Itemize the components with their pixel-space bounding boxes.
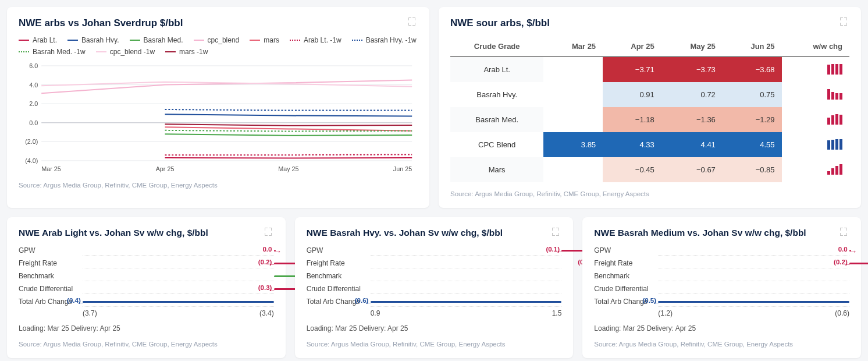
- wf-row: Crude Differential (0.3) ←: [19, 284, 274, 294]
- expand-icon[interactable]: [408, 17, 418, 27]
- table-row: Basrah Med.−1.18−1.36−1.29: [450, 107, 849, 132]
- wf-row: Freight Rate (0.2) ←: [19, 258, 274, 268]
- wf-value: 0.0: [262, 246, 272, 253]
- legend-item: cpc_blend: [194, 36, 240, 44]
- spark-cell: [782, 157, 849, 182]
- legend-label: mars: [264, 36, 279, 44]
- legend-item: Arab Lt. -1w: [290, 36, 341, 44]
- expand-icon[interactable]: [840, 228, 849, 237]
- value-cell: −3.71: [603, 57, 661, 83]
- axis-end: (3.4): [259, 309, 274, 317]
- loading-caption: Loading: Mar 25 Delivery: Apr 25: [19, 324, 274, 332]
- col-header: Jun 25: [723, 36, 782, 57]
- spark-cell: [782, 57, 849, 83]
- legend-label: Basrah Hvy. -1w: [366, 36, 417, 44]
- legend-swatch-icon: [194, 40, 204, 41]
- value-cell: −3.68: [723, 57, 782, 83]
- wf-row: Total Arb Change (0.5) ←: [594, 296, 849, 307]
- legend-label: cpc_blend: [208, 36, 240, 44]
- arrow-icon: ←: [268, 285, 276, 294]
- legend-item: mars: [250, 36, 279, 44]
- grade-cell: CPC Blend: [450, 132, 543, 157]
- wf-row: Benchmark +0.2 →: [19, 271, 274, 281]
- spark-cell: [782, 82, 849, 107]
- expand-icon[interactable]: [552, 228, 561, 237]
- legend-swatch-icon: [19, 51, 29, 52]
- svg-text:(2.0): (2.0): [25, 138, 38, 145]
- chart-title: NWE arbs vs Johan Sverdrup $/bbl: [19, 17, 183, 29]
- arrow-icon: ←: [652, 298, 660, 307]
- legend-swatch-icon: [67, 40, 78, 41]
- legend-swatch-icon: [165, 51, 176, 52]
- wf-axis: 0.9 1.5: [371, 309, 562, 317]
- svg-text:Apr 25: Apr 25: [156, 165, 175, 172]
- svg-text:6.0: 6.0: [29, 63, 38, 69]
- table-row: Arab Lt.−3.71−3.73−3.68: [450, 57, 849, 83]
- chart-title: NWE Arab Light vs. Johan Sv w/w chg, $/b…: [19, 228, 208, 238]
- arrow-icon: ←: [556, 247, 563, 256]
- legend-label: Arab Lt. -1w: [304, 36, 341, 44]
- value-cell: −1.36: [661, 107, 723, 132]
- wf-label: GPW: [594, 246, 658, 254]
- grade-cell: Basrah Hvy.: [450, 82, 543, 107]
- legend-item: mars -1w: [165, 48, 208, 56]
- wf-axis: (3.7) (3.4): [83, 309, 274, 317]
- legend: Arab Lt.Basrah Hvy.Basrah Med.cpc_blendm…: [19, 36, 418, 56]
- legend-item: Basrah Med. -1w: [19, 48, 86, 56]
- axis-start: (3.7): [83, 309, 97, 317]
- waterfall-chart: GPW 0.0 → Freight Rate (0.2) ← Benchmark: [19, 245, 274, 321]
- chart-title: NWE sour arbs, $/bbl: [450, 17, 550, 29]
- axis-start: (1.2): [658, 309, 673, 317]
- source-text: Source: Argus Media Group, Refinitiv, CM…: [19, 341, 274, 348]
- sparkline-icon: [827, 163, 842, 175]
- table-row: Basrah Hvy.0.910.720.75: [450, 82, 849, 107]
- legend-label: cpc_blend -1w: [110, 48, 155, 56]
- wf-label: Benchmark: [19, 272, 83, 280]
- legend-swatch-icon: [250, 40, 260, 41]
- wf-label: Freight Rate: [19, 259, 83, 267]
- svg-text:(4.0): (4.0): [25, 157, 38, 164]
- sparkline-icon: [827, 63, 842, 75]
- value-cell: 0.91: [603, 82, 661, 107]
- svg-text:Jun 25: Jun 25: [393, 165, 412, 172]
- wf-label: Freight Rate: [594, 259, 658, 267]
- axis-end: 1.5: [552, 309, 562, 317]
- spark-cell: [782, 132, 849, 157]
- value-cell: 3.85: [543, 132, 603, 157]
- arrow-icon: →: [849, 247, 857, 256]
- legend-item: Arab Lt.: [19, 36, 57, 44]
- arrow-icon: ←: [77, 298, 84, 307]
- legend-item: Basrah Med.: [130, 36, 183, 44]
- card-wf-basrah-med: NWE Basrah Medium vs. Johan Sv w/w chg, …: [582, 217, 861, 358]
- wf-label: Crude Differential: [594, 285, 658, 293]
- legend-label: Basrah Med. -1w: [33, 48, 86, 56]
- col-header: w/w chg: [782, 36, 849, 57]
- wf-label: GPW: [307, 246, 371, 254]
- sparkline-icon: [827, 88, 842, 100]
- expand-icon[interactable]: [840, 17, 849, 27]
- wf-label: GPW: [19, 246, 83, 254]
- expand-icon[interactable]: [265, 228, 274, 237]
- sparkline-icon: [827, 138, 842, 150]
- wf-row: Benchmark 0.0 →: [594, 271, 849, 281]
- col-header: Crude Grade: [450, 36, 543, 57]
- svg-text:0.0: 0.0: [29, 119, 38, 126]
- loading-caption: Loading: Mar 25 Delivery: Apr 25: [594, 324, 849, 332]
- wf-row: Total Arb Change (0.4) ←: [19, 296, 274, 307]
- wf-label: Freight Rate: [307, 259, 371, 267]
- svg-text:2.0: 2.0: [29, 100, 38, 107]
- card-nwe-sour-arbs-table: NWE sour arbs, $/bbl Crude GradeMar 25Ap…: [439, 7, 861, 208]
- chart-title: NWE Basrah Hvy. vs. Johan Sv w/w chg, $/…: [307, 228, 503, 238]
- value-cell: [543, 157, 603, 182]
- waterfall-chart: GPW (0.1) ← Freight Rate (0.2) ← Benchma…: [307, 245, 562, 321]
- table-row: Mars−0.45−0.67−0.85: [450, 157, 849, 182]
- wf-row: Freight Rate (0.2) ←: [594, 258, 849, 268]
- legend-swatch-icon: [130, 40, 140, 41]
- wf-label: Benchmark: [594, 272, 658, 280]
- svg-text:4.0: 4.0: [29, 81, 38, 88]
- value-cell: 0.72: [661, 82, 723, 107]
- card-wf-basrah-hvy: NWE Basrah Hvy. vs. Johan Sv w/w chg, $/…: [295, 217, 574, 358]
- svg-text:May 25: May 25: [278, 165, 298, 172]
- waterfall-chart: GPW 0.0 → Freight Rate (0.2) ← Benchmark: [594, 245, 849, 321]
- wf-row: GPW (0.1) ←: [307, 245, 562, 256]
